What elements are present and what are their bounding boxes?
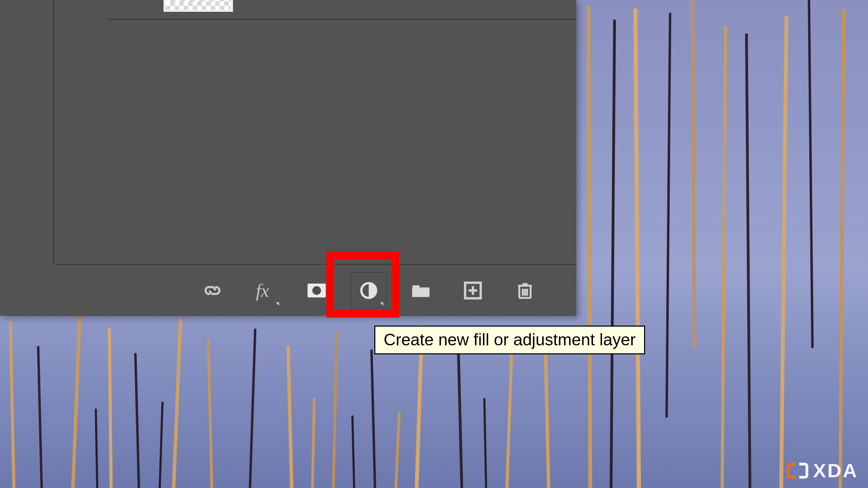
svg-line-29 [396, 413, 399, 488]
svg-line-3 [109, 330, 111, 488]
layer-thumbnail-cell[interactable] [164, 0, 233, 12]
adjustment-circle-icon [358, 280, 379, 301]
tooltip: Create new fill or adjustment layer [374, 326, 645, 354]
link-layers-button[interactable] [200, 278, 225, 303]
delete-layer-button[interactable] [512, 278, 537, 303]
trash-icon [515, 280, 535, 301]
svg-line-21 [746, 35, 750, 488]
new-layer-button[interactable] [460, 278, 485, 303]
add-mask-button[interactable] [304, 278, 329, 303]
tooltip-text: Create new fill or adjustment layer [384, 330, 636, 349]
svg-line-9 [333, 333, 337, 488]
svg-line-6 [208, 340, 212, 488]
svg-line-15 [589, 7, 590, 488]
svg-line-23 [809, 0, 812, 347]
panel-row-divider [108, 19, 576, 20]
fill-adjustment-layer-button[interactable] [356, 278, 381, 303]
svg-line-17 [635, 10, 639, 488]
mask-icon [306, 280, 327, 301]
svg-line-26 [160, 403, 162, 488]
folder-icon [410, 280, 431, 301]
svg-line-27 [312, 399, 314, 488]
panel-left-column [0, 0, 54, 264]
svg-line-19 [693, 0, 694, 347]
layers-panel: fx [0, 0, 576, 316]
layer-thumbnail [164, 0, 233, 12]
svg-line-1 [38, 347, 42, 488]
svg-line-30 [484, 399, 486, 488]
svg-line-8 [288, 347, 292, 488]
svg-text:fx: fx [256, 280, 269, 300]
svg-line-28 [352, 417, 354, 488]
svg-line-0 [10, 323, 14, 488]
svg-rect-36 [412, 287, 429, 297]
svg-line-18 [667, 14, 670, 417]
svg-line-5 [174, 319, 181, 488]
link-icon [202, 280, 223, 301]
svg-line-24 [840, 10, 844, 488]
watermark-text: XDA [813, 459, 858, 482]
panel-icon-bar: fx [54, 264, 576, 316]
svg-line-20 [722, 28, 726, 488]
svg-line-7 [250, 330, 255, 488]
new-group-button[interactable] [408, 278, 433, 303]
svg-line-4 [135, 354, 139, 488]
svg-line-16 [611, 21, 615, 488]
svg-line-12 [458, 347, 462, 488]
submenu-indicator-icon [276, 302, 279, 306]
fx-icon: fx [254, 280, 275, 301]
svg-line-2 [73, 312, 80, 488]
watermark: XDA [787, 459, 858, 482]
xda-logo-icon [787, 460, 808, 481]
svg-line-10 [372, 351, 375, 488]
svg-line-13 [507, 337, 512, 488]
svg-line-22 [781, 17, 786, 488]
layer-style-button[interactable]: fx [252, 278, 277, 303]
submenu-indicator-icon [380, 302, 383, 306]
plus-square-icon [462, 280, 483, 301]
svg-line-25 [96, 410, 97, 488]
screenshot-stage: fx [0, 0, 868, 488]
transparency-checker [166, 1, 231, 10]
svg-point-33 [312, 286, 321, 295]
panel-main-area [54, 0, 576, 264]
